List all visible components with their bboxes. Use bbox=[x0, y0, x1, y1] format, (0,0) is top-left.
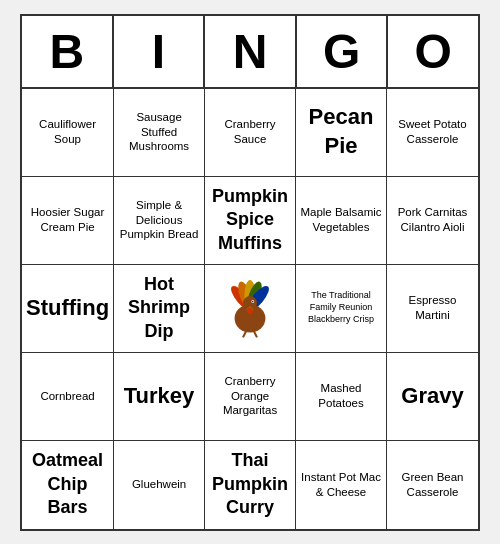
bingo-grid: Cauliflower SoupSausage Stuffed Mushroom… bbox=[22, 89, 478, 529]
turkey-icon bbox=[215, 273, 285, 343]
bingo-cell-24: Green Bean Casserole bbox=[387, 441, 478, 529]
bingo-cell-15: Cornbread bbox=[22, 353, 114, 441]
bingo-cell-18: Mashed Potatoes bbox=[296, 353, 387, 441]
svg-point-10 bbox=[252, 301, 253, 302]
bingo-cell-21: Gluehwein bbox=[114, 441, 205, 529]
bingo-cell-3: Pecan Pie bbox=[296, 89, 387, 177]
bingo-cell-17: Cranberry Orange Margaritas bbox=[205, 353, 296, 441]
bingo-letter-b: B bbox=[22, 16, 114, 87]
bingo-cell-7: Pumpkin Spice Muffins bbox=[205, 177, 296, 265]
bingo-letter-i: I bbox=[114, 16, 206, 87]
bingo-cell-5: Hoosier Sugar Cream Pie bbox=[22, 177, 114, 265]
bingo-cell-8: Maple Balsamic Vegetables bbox=[296, 177, 387, 265]
bingo-cell-4: Sweet Potato Casserole bbox=[387, 89, 478, 177]
bingo-cell-23: Instant Pot Mac & Cheese bbox=[296, 441, 387, 529]
bingo-cell-1: Sausage Stuffed Mushrooms bbox=[114, 89, 205, 177]
bingo-cell-13: The Traditional Family Reunion Blackberr… bbox=[296, 265, 387, 353]
bingo-letter-o: O bbox=[388, 16, 478, 87]
bingo-cell-22: Thai Pumpkin Curry bbox=[205, 441, 296, 529]
bingo-cell-16: Turkey bbox=[114, 353, 205, 441]
bingo-cell-0: Cauliflower Soup bbox=[22, 89, 114, 177]
bingo-cell-6: Simple & Delicious Pumpkin Bread bbox=[114, 177, 205, 265]
bingo-cell-14: Espresso Martini bbox=[387, 265, 478, 353]
bingo-cell-12 bbox=[205, 265, 296, 353]
bingo-letter-g: G bbox=[297, 16, 389, 87]
bingo-cell-2: Cranberry Sauce bbox=[205, 89, 296, 177]
bingo-header: BINGO bbox=[22, 16, 478, 89]
svg-point-8 bbox=[247, 307, 253, 314]
bingo-cell-19: Gravy bbox=[387, 353, 478, 441]
bingo-cell-11: Hot Shrimp Dip bbox=[114, 265, 205, 353]
bingo-letter-n: N bbox=[205, 16, 297, 87]
bingo-card: BINGO Cauliflower SoupSausage Stuffed Mu… bbox=[20, 14, 480, 531]
bingo-cell-10: Stuffing bbox=[22, 265, 114, 353]
bingo-cell-20: Oatmeal Chip Bars bbox=[22, 441, 114, 529]
bingo-cell-9: Pork Carnitas Cilantro Aioli bbox=[387, 177, 478, 265]
